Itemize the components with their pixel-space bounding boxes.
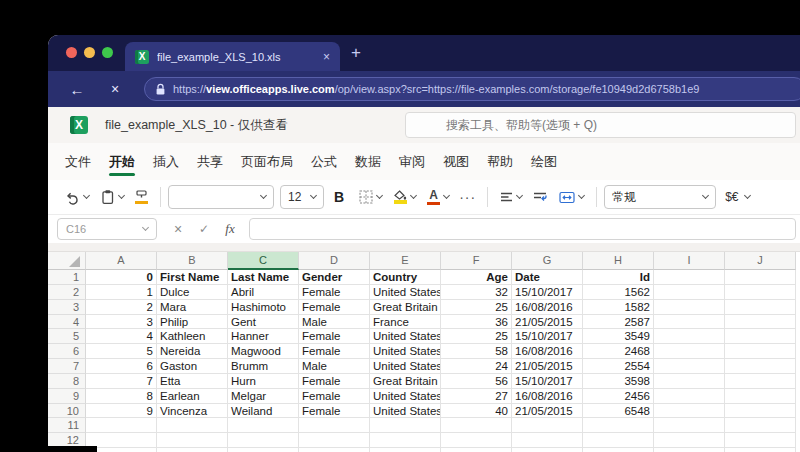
cell-D12[interactable] — [299, 433, 370, 448]
undo-dropdown-icon[interactable] — [83, 192, 90, 199]
ribbon-tab-绘图[interactable]: 绘图 — [522, 144, 566, 180]
cell-E5[interactable]: United States — [370, 329, 441, 344]
cell-A1[interactable]: 0 — [86, 270, 157, 285]
row-header-2[interactable]: 2 — [48, 285, 86, 300]
cell-C9[interactable]: Melgar — [228, 389, 299, 404]
cell-J4[interactable] — [725, 315, 796, 330]
column-header-J[interactable]: J — [725, 252, 796, 270]
row-header-6[interactable]: 6 — [48, 344, 86, 359]
maximize-window-button[interactable] — [102, 47, 113, 58]
cell-E1[interactable]: Country — [370, 270, 441, 285]
enter-button[interactable]: ✓ — [191, 222, 217, 236]
cell-G9[interactable]: 16/08/2016 — [512, 389, 583, 404]
font-color-button[interactable]: A — [422, 184, 454, 210]
font-size-select[interactable]: 12 — [280, 185, 324, 209]
cell-G4[interactable]: 21/05/2015 — [512, 315, 583, 330]
column-header-C[interactable]: C — [228, 252, 299, 270]
cell-J1[interactable] — [725, 270, 796, 285]
formula-input[interactable] — [249, 218, 796, 240]
font-name-select[interactable] — [168, 185, 274, 209]
cell-F6[interactable]: 58 — [441, 344, 512, 359]
cell-E10[interactable]: United States — [370, 404, 441, 419]
column-header-A[interactable]: A — [86, 252, 157, 270]
cell-C11[interactable] — [228, 418, 299, 433]
cell-B13[interactable] — [157, 448, 228, 452]
column-header-B[interactable]: B — [157, 252, 228, 270]
cell-I5[interactable] — [654, 329, 725, 344]
ribbon-tab-文件[interactable]: 文件 — [56, 144, 100, 180]
cell-D13[interactable] — [299, 448, 370, 452]
cell-I8[interactable] — [654, 374, 725, 389]
ribbon-tab-共享[interactable]: 共享 — [188, 144, 232, 180]
currency-format-button[interactable]: $€ — [717, 184, 755, 210]
column-header-E[interactable]: E — [370, 252, 441, 270]
cell-F1[interactable]: Age — [441, 270, 512, 285]
cell-A3[interactable]: 2 — [86, 300, 157, 315]
cell-H1[interactable]: Id — [583, 270, 654, 285]
cell-A2[interactable]: 1 — [86, 285, 157, 300]
cell-E4[interactable]: France — [370, 315, 441, 330]
format-painter-button[interactable] — [130, 184, 153, 210]
cell-A7[interactable]: 6 — [86, 359, 157, 374]
cell-J7[interactable] — [725, 359, 796, 374]
borders-button[interactable] — [354, 184, 387, 210]
ribbon-tab-插入[interactable]: 插入 — [144, 144, 188, 180]
cell-J5[interactable] — [725, 329, 796, 344]
cell-C1[interactable]: Last Name — [228, 270, 299, 285]
cell-C3[interactable]: Hashimoto — [228, 300, 299, 315]
back-button[interactable]: ← — [64, 81, 90, 98]
column-header-D[interactable]: D — [299, 252, 370, 270]
cell-D1[interactable]: Gender — [299, 270, 370, 285]
row-header-11[interactable]: 11 — [48, 418, 86, 433]
browser-tab[interactable]: X file_example_XLS_10.xls × — [125, 42, 340, 71]
column-header-I[interactable]: I — [654, 252, 725, 270]
cell-E6[interactable]: United States — [370, 344, 441, 359]
new-tab-button[interactable]: + — [351, 42, 361, 64]
select-all-button[interactable] — [48, 252, 86, 270]
cell-E2[interactable]: United States — [370, 285, 441, 300]
cell-C8[interactable]: Hurn — [228, 374, 299, 389]
cell-C5[interactable]: Hanner — [228, 329, 299, 344]
minimize-window-button[interactable] — [84, 47, 95, 58]
cell-J13[interactable] — [725, 448, 796, 452]
cell-G8[interactable]: 15/10/2017 — [512, 374, 583, 389]
cell-F10[interactable]: 40 — [441, 404, 512, 419]
cell-H5[interactable]: 3549 — [583, 329, 654, 344]
cell-I3[interactable] — [654, 300, 725, 315]
cell-H9[interactable]: 2456 — [583, 389, 654, 404]
bold-button[interactable]: B — [325, 189, 353, 205]
alignment-dropdown-icon[interactable] — [516, 192, 523, 199]
cell-B3[interactable]: Mara — [157, 300, 228, 315]
cell-H10[interactable]: 6548 — [583, 404, 654, 419]
cell-B4[interactable]: Philip — [157, 315, 228, 330]
close-window-button[interactable] — [66, 47, 77, 58]
ribbon-tab-帮助[interactable]: 帮助 — [478, 144, 522, 180]
cell-H13[interactable] — [583, 448, 654, 452]
insert-function-button[interactable]: fx — [217, 221, 243, 237]
cell-D3[interactable]: Female — [299, 300, 370, 315]
cell-H6[interactable]: 2468 — [583, 344, 654, 359]
cell-F7[interactable]: 24 — [441, 359, 512, 374]
cell-F13[interactable] — [441, 448, 512, 452]
font-color-dropdown-icon[interactable] — [443, 192, 450, 199]
cell-B5[interactable]: Kathleen — [157, 329, 228, 344]
cell-E9[interactable]: United States — [370, 389, 441, 404]
undo-button[interactable] — [60, 184, 94, 210]
row-header-3[interactable]: 3 — [48, 300, 86, 315]
cell-G13[interactable] — [512, 448, 583, 452]
alignment-button[interactable] — [495, 184, 527, 210]
cell-E11[interactable] — [370, 418, 441, 433]
row-header-4[interactable]: 4 — [48, 315, 86, 330]
column-header-G[interactable]: G — [512, 252, 583, 270]
cancel-button[interactable]: × — [165, 221, 191, 237]
fill-color-button[interactable] — [388, 184, 421, 210]
cell-J10[interactable] — [725, 404, 796, 419]
cell-F4[interactable]: 36 — [441, 315, 512, 330]
row-header-9[interactable]: 9 — [48, 389, 86, 404]
cell-D4[interactable]: Male — [299, 315, 370, 330]
cell-I7[interactable] — [654, 359, 725, 374]
cell-I11[interactable] — [654, 418, 725, 433]
cell-C7[interactable]: Brumm — [228, 359, 299, 374]
cell-G2[interactable]: 15/10/2017 — [512, 285, 583, 300]
cell-J6[interactable] — [725, 344, 796, 359]
